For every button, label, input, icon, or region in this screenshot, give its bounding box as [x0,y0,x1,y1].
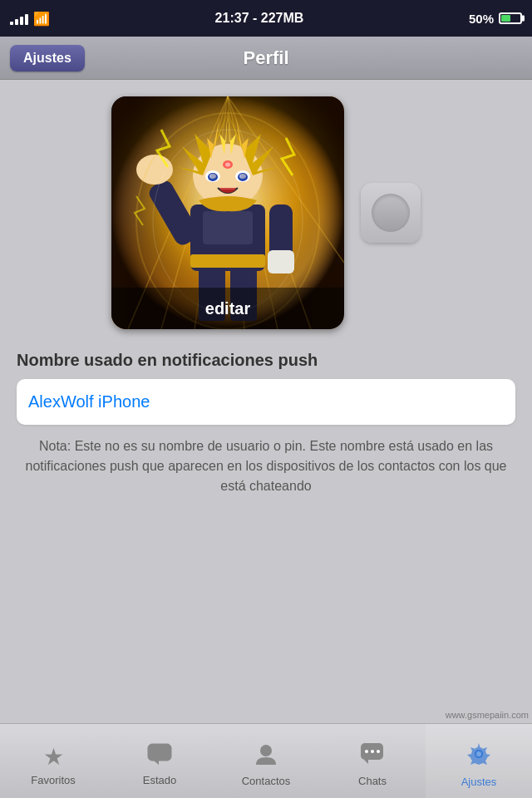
avatar-image[interactable]: editar [111,96,344,329]
page-title: Perfil [243,47,288,69]
camera-icon [372,194,410,232]
favoritos-label: Favoritos [31,774,75,786]
signal-icon [10,12,28,25]
status-right: 50% [469,12,522,26]
svg-rect-17 [268,250,294,273]
contactos-icon [254,742,278,771]
avatar-section: editar [17,96,515,329]
status-bar: 📶 21:37 - 227MB 50% [0,0,532,37]
avatar-edit-overlay: editar [111,288,344,329]
avatar-wrapper: editar [111,96,344,329]
estado-label: Estado [143,774,176,786]
estado-icon [147,743,172,771]
battery-percent: 50% [469,12,494,26]
watermark: www.gsmepaiin.com [446,710,529,720]
tab-bar: ★ Favoritos Estado Contactos [0,723,532,798]
svg-rect-13 [190,254,265,268]
svg-point-35 [225,163,230,167]
svg-rect-38 [148,744,171,761]
svg-marker-39 [154,761,159,765]
note-text: Nota: Este no es su nombre de usuario o … [17,436,515,496]
battery-fill [501,15,510,22]
svg-point-48 [476,751,481,756]
svg-point-40 [260,745,272,756]
memory-display: - 227MB [253,11,303,25]
ajustes-icon [466,741,491,772]
svg-point-33 [239,174,246,179]
chats-icon [360,742,385,771]
field-label: Nombre usado en notificaciones push [17,349,515,371]
tab-favoritos[interactable]: ★ Favoritos [0,724,106,798]
svg-point-32 [209,174,216,179]
svg-point-44 [377,750,380,753]
camera-button[interactable] [361,183,421,243]
status-left: 📶 [10,11,50,27]
chats-label: Chats [358,775,387,787]
wifi-icon: 📶 [33,11,50,27]
tab-estado[interactable]: Estado [106,724,213,798]
back-button[interactable]: Ajustes [10,45,85,71]
battery-icon [499,12,522,24]
svg-marker-45 [364,760,368,764]
svg-point-43 [371,750,374,753]
tab-chats[interactable]: Chats [319,724,426,798]
svg-point-42 [365,750,368,753]
ajustes-label: Ajustes [461,776,497,788]
push-name-input[interactable] [17,379,515,425]
edit-label: editar [205,299,250,318]
nav-bar: Ajustes Perfil [0,37,532,80]
time-display: 21:37 [215,11,249,25]
status-time-memory: 21:37 - 227MB [215,11,304,26]
favoritos-icon: ★ [43,743,64,771]
svg-point-15 [136,155,173,185]
contactos-label: Contactos [242,775,291,787]
tab-ajustes[interactable]: Ajustes [426,724,532,798]
main-content: editar Nombre usado en notificaciones pu… [0,80,532,496]
tab-contactos[interactable]: Contactos [213,724,319,798]
svg-rect-12 [203,211,253,244]
